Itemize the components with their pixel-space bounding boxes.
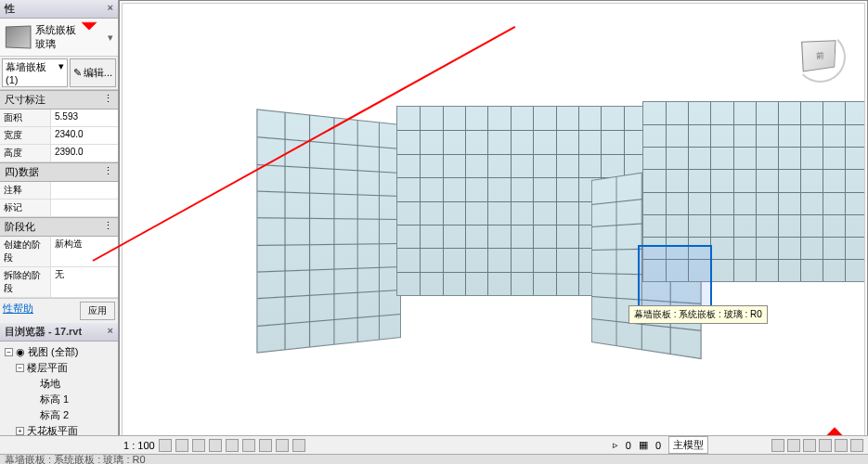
property-row: 面积 [0, 110, 118, 127]
element-tooltip: 幕墙嵌板 : 系统嵌板 : 玻璃 : R0 [628, 305, 768, 324]
sun-path-icon[interactable] [192, 439, 205, 452]
viewport-3d[interactable]: 前 幕墙嵌板 : 系统嵌板 : 玻璃 : R0 [119, 0, 868, 445]
browser-title: 目浏览器 - 17.rvt [5, 325, 82, 339]
tree-item[interactable]: 场地 [3, 376, 115, 392]
tree-item[interactable]: 标高 2 [3, 407, 115, 423]
expand-icon[interactable]: − [16, 364, 24, 372]
selected-panel-highlight[interactable] [638, 245, 712, 310]
lock-icon[interactable] [259, 439, 272, 452]
select-links-icon[interactable] [787, 439, 800, 452]
property-value[interactable] [51, 267, 118, 297]
crop-icon[interactable] [226, 439, 239, 452]
property-label: 面积 [0, 110, 51, 126]
property-row: 标记 [0, 200, 118, 217]
status-num: 0 [626, 440, 631, 451]
reveal-icon[interactable] [292, 439, 305, 452]
project-browser[interactable]: − ◉ 视图 (全部) −楼层平面场地标高 1标高 2+天花板平面+三维视图+立… [0, 342, 118, 445]
select-pinned-icon[interactable] [819, 439, 832, 452]
tree-root[interactable]: − ◉ 视图 (全部) [3, 344, 115, 360]
property-label: 宽度 [0, 127, 51, 144]
properties-panel: 性 × 系统嵌板 玻璃 ▾ 幕墙嵌板 (1)▾ ✎编辑... 尺寸标注⋮ 面积宽… [0, 0, 119, 445]
crop-region-icon[interactable] [242, 439, 255, 452]
property-row: 高度 [0, 145, 118, 162]
property-row: 拆除的阶段 [0, 267, 118, 298]
property-label: 高度 [0, 145, 51, 161]
property-label: 标记 [0, 200, 51, 216]
apply-button[interactable]: 应用 [80, 302, 115, 320]
view-cube[interactable]: 前 [795, 32, 846, 83]
worksharing-dropdown[interactable]: 主模型 [668, 436, 708, 454]
properties-help-link[interactable]: 性帮助 [3, 302, 33, 320]
property-row: 宽度 [0, 127, 118, 145]
section-dimensions[interactable]: 尺寸标注⋮ [0, 90, 118, 110]
tree-item[interactable]: −楼层平面 [3, 360, 115, 376]
section-identity[interactable]: 四)数据⋮ [0, 162, 118, 182]
curtain-wall[interactable] [256, 109, 401, 353]
select-underlay-icon[interactable] [803, 439, 816, 452]
property-value[interactable] [51, 200, 118, 216]
properties-title: 性 [5, 2, 15, 16]
type-text: 系统嵌板 玻璃 [35, 23, 103, 51]
collapse-icon[interactable]: − [5, 348, 13, 356]
status-num: 0 [655, 440, 661, 451]
scale-label[interactable]: 1 : 100 [123, 440, 155, 451]
properties-header: 性 × [0, 0, 118, 19]
tree-item[interactable]: 标高 1 [3, 392, 115, 407]
building-model[interactable] [262, 97, 865, 366]
visual-style-icon[interactable] [175, 439, 188, 452]
property-value[interactable] [51, 145, 118, 161]
browser-header: 目浏览器 - 17.rvt × [0, 323, 118, 342]
close-icon[interactable]: × [108, 325, 113, 339]
property-label: 创建的阶段 [0, 237, 51, 266]
panel-type-icon [6, 25, 32, 48]
temp-hide-icon[interactable] [276, 439, 289, 452]
drag-icon[interactable] [850, 439, 863, 452]
instance-dropdown[interactable]: 幕墙嵌板 (1)▾ [2, 58, 68, 87]
view-control-bar: 1 : 100 ▹ 0 ▦ 0 主模型 [0, 435, 868, 454]
expand-icon[interactable]: + [16, 427, 24, 435]
property-value[interactable] [51, 182, 118, 199]
filter-icon[interactable] [771, 439, 784, 452]
section-phasing[interactable]: 阶段化⋮ [0, 217, 118, 237]
property-value[interactable] [51, 127, 118, 144]
detail-level-icon[interactable] [159, 439, 172, 452]
edit-type-button[interactable]: ✎编辑... [70, 58, 116, 87]
property-row: 注释 [0, 182, 118, 200]
chevron-down-icon: ▾ [108, 32, 113, 44]
type-selector[interactable]: 系统嵌板 玻璃 ▾ [0, 19, 118, 57]
shadows-icon[interactable] [209, 439, 222, 452]
close-icon[interactable]: × [108, 2, 113, 16]
property-label: 拆除的阶段 [0, 267, 51, 297]
property-row: 创建的阶段 [0, 237, 118, 267]
property-label: 注释 [0, 182, 51, 199]
status-bar: 幕墙嵌板 : 系统嵌板 : 玻璃 : R0 [0, 454, 868, 464]
property-value[interactable] [51, 110, 118, 126]
